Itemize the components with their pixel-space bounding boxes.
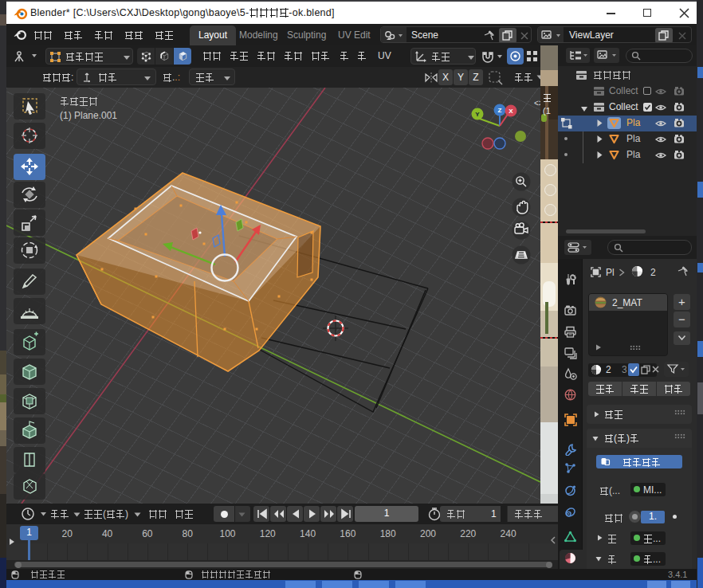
svg-text:X: X bbox=[509, 108, 513, 115]
svg-text:Y: Y bbox=[475, 111, 480, 118]
svg-text:Z: Z bbox=[498, 107, 502, 114]
